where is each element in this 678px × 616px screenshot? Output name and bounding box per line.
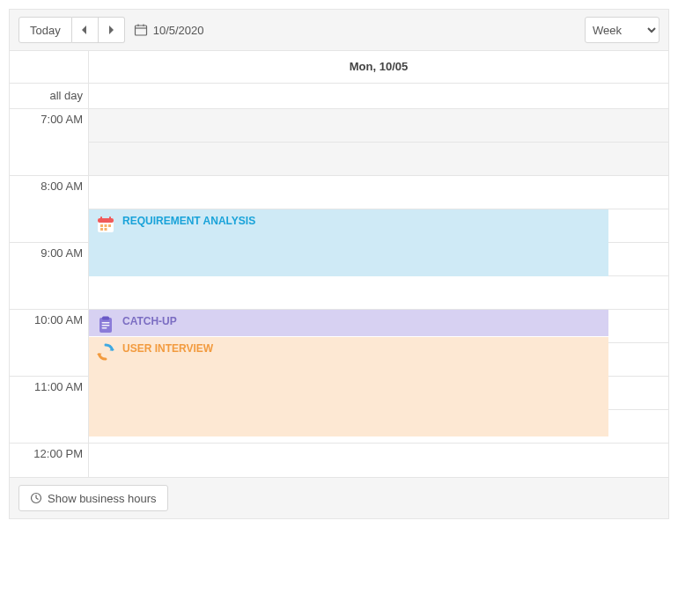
scheduler: Today 10/5/2020 Week bbox=[9, 9, 669, 519]
event-title: USER INTERVIEW bbox=[122, 342, 213, 355]
footer: Show business hours bbox=[10, 477, 668, 518]
time-slot[interactable] bbox=[89, 176, 668, 209]
svg-rect-17 bbox=[102, 322, 110, 324]
svg-rect-9 bbox=[109, 216, 111, 220]
header-time-gutter bbox=[10, 51, 89, 83]
svg-rect-16 bbox=[102, 317, 109, 320]
header-row: Mon, 10/05 bbox=[10, 51, 668, 84]
event-title: REQUIREMENT ANALYSIS bbox=[122, 215, 255, 227]
today-button[interactable]: Today bbox=[18, 17, 72, 43]
svg-rect-10 bbox=[100, 224, 103, 227]
show-business-hours-button[interactable]: Show business hours bbox=[18, 485, 168, 511]
time-label: 11:00 AM bbox=[10, 377, 88, 444]
time-slot[interactable] bbox=[89, 109, 668, 143]
svg-marker-0 bbox=[82, 26, 86, 34]
date-picker[interactable]: 10/5/2020 bbox=[134, 23, 204, 37]
time-label: 12:00 PM bbox=[10, 444, 88, 477]
svg-rect-2 bbox=[135, 26, 146, 35]
svg-rect-11 bbox=[105, 224, 107, 227]
caret-right-icon bbox=[107, 26, 114, 34]
toolbar: Today 10/5/2020 Week bbox=[10, 10, 668, 51]
svg-rect-12 bbox=[108, 224, 111, 227]
svg-rect-18 bbox=[102, 325, 110, 326]
caret-left-icon bbox=[81, 26, 88, 34]
event-requirement-analysis[interactable]: REQUIREMENT ANALYSIS bbox=[89, 209, 608, 276]
show-business-hours-label: Show business hours bbox=[48, 492, 157, 505]
time-slot[interactable] bbox=[89, 276, 668, 310]
calendar-icon bbox=[134, 23, 148, 37]
view-select[interactable]: Week bbox=[585, 17, 660, 43]
svg-rect-7 bbox=[98, 218, 114, 223]
event-catch-up[interactable]: CATCH-UP bbox=[89, 310, 608, 336]
date-label: 10/5/2020 bbox=[153, 24, 204, 37]
svg-rect-19 bbox=[102, 327, 107, 329]
time-label: 9:00 AM bbox=[10, 243, 88, 310]
calendar-body: 7:00 AM 8:00 AM 9:00 AM 10:00 AM 11:00 A… bbox=[10, 109, 668, 477]
svg-rect-14 bbox=[105, 228, 107, 231]
svg-marker-1 bbox=[109, 26, 114, 34]
time-slot[interactable] bbox=[89, 444, 668, 477]
allday-row: all day bbox=[10, 84, 668, 109]
refresh-cycle-icon bbox=[96, 342, 115, 362]
svg-rect-8 bbox=[100, 216, 102, 220]
time-slot[interactable] bbox=[89, 143, 668, 176]
time-label: 7:00 AM bbox=[10, 109, 88, 176]
prev-button[interactable] bbox=[72, 17, 99, 43]
time-label: 8:00 AM bbox=[10, 176, 88, 243]
svg-line-24 bbox=[36, 498, 39, 500]
time-gutter: 7:00 AM 8:00 AM 9:00 AM 10:00 AM 11:00 A… bbox=[10, 109, 89, 477]
event-title: CATCH-UP bbox=[122, 315, 177, 327]
allday-cell[interactable] bbox=[89, 84, 668, 108]
svg-rect-13 bbox=[100, 228, 103, 231]
clock-icon bbox=[30, 492, 42, 504]
day-header[interactable]: Mon, 10/05 bbox=[89, 51, 668, 83]
slots-column[interactable]: REQUIREMENT ANALYSIS CATCH-UP bbox=[89, 109, 668, 477]
next-button[interactable] bbox=[99, 17, 125, 43]
clipboard-icon bbox=[96, 315, 115, 334]
time-label: 10:00 AM bbox=[10, 310, 88, 377]
event-user-interview[interactable]: USER INTERVIEW bbox=[89, 337, 608, 436]
allday-label: all day bbox=[10, 84, 89, 108]
calendar-event-icon bbox=[96, 215, 115, 234]
